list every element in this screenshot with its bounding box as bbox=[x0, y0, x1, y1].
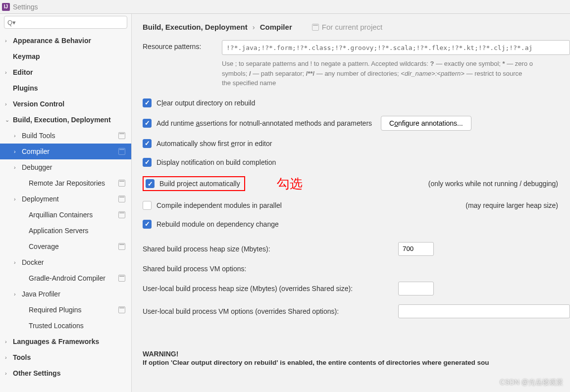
sidebar-item-trusted-locations[interactable]: Trusted Locations bbox=[0, 318, 131, 334]
chevron-icon: › bbox=[5, 69, 11, 75]
sidebar-item-compiler[interactable]: ›Compiler bbox=[0, 144, 131, 159]
sidebar-item-label: Editor bbox=[13, 68, 33, 76]
sidebar-item-version-control[interactable]: ›Version Control bbox=[0, 96, 131, 112]
breadcrumb-part2: Compiler bbox=[260, 23, 292, 31]
watermark: CSDN @光岳楼观景 bbox=[500, 378, 563, 387]
sidebar-item-required-plugins[interactable]: Required Plugins bbox=[0, 302, 131, 318]
chevron-icon: › bbox=[14, 196, 20, 202]
sidebar-item-debugger[interactable]: ›Debugger bbox=[0, 159, 131, 175]
main-panel: Build, Execution, Deployment › Compiler … bbox=[132, 14, 570, 392]
sidebar-item-appearance-behavior[interactable]: ›Appearance & Behavior bbox=[0, 33, 131, 49]
shared-vm-label: Shared build process VM options: bbox=[143, 265, 398, 273]
window-title: Settings bbox=[13, 3, 38, 11]
settings-tree: ›Appearance & BehaviorKeymap›EditorPlugi… bbox=[0, 31, 131, 392]
search-box-wrap bbox=[0, 14, 131, 31]
shared-heap-input[interactable] bbox=[398, 242, 434, 256]
sidebar-item-label: Coverage bbox=[29, 243, 59, 250]
sidebar-item-remote-jar-repositories[interactable]: Remote Jar Repositories bbox=[0, 175, 131, 191]
sidebar-item-label: Plugins bbox=[13, 84, 38, 92]
sidebar-item-tools[interactable]: ›Tools bbox=[0, 349, 131, 365]
search-input[interactable] bbox=[4, 16, 127, 29]
sidebar-item-label: Required Plugins bbox=[29, 306, 82, 314]
sidebar-item-build-execution-deployment[interactable]: ⌄Build, Execution, Deployment bbox=[0, 112, 131, 128]
project-scope-icon bbox=[118, 148, 125, 155]
project-scope-icon bbox=[118, 306, 125, 313]
add-runtime-label: Add runtime assertions for notnull-annot… bbox=[156, 119, 372, 127]
sidebar-item-application-servers[interactable]: Application Servers bbox=[0, 223, 131, 239]
breadcrumb: Build, Execution, Deployment › Compiler … bbox=[143, 23, 570, 31]
annotation-text: 勾选 bbox=[277, 175, 303, 193]
sidebar-item-label: Tools bbox=[13, 353, 31, 361]
sidebar-item-label: Gradle-Android Compiler bbox=[29, 274, 105, 282]
sidebar-item-other-settings[interactable]: ›Other Settings bbox=[0, 365, 131, 381]
auto-show-error-checkbox-row[interactable]: Automatically show first error in editor bbox=[143, 138, 570, 149]
build-auto-checkbox[interactable] bbox=[146, 179, 155, 188]
compile-parallel-checkbox[interactable] bbox=[143, 201, 152, 210]
project-scope-label: For current project bbox=[322, 23, 383, 31]
project-scope-icon bbox=[312, 24, 319, 31]
chevron-icon: › bbox=[5, 339, 11, 344]
chevron-icon: › bbox=[14, 291, 20, 297]
chevron-icon: › bbox=[5, 38, 11, 44]
warning-block: WARNING! If option 'Clear output directo… bbox=[143, 350, 570, 366]
user-vm-label: User-local build process VM options (ove… bbox=[143, 307, 398, 315]
sidebar-item-plugins[interactable]: Plugins bbox=[0, 80, 131, 96]
sidebar-item-gradle-android-compiler[interactable]: Gradle-Android Compiler bbox=[0, 270, 131, 286]
user-vm-row: User-local build process VM options (ove… bbox=[143, 304, 570, 318]
sidebar-item-arquillian-containers[interactable]: Arquillian Containers bbox=[0, 207, 131, 223]
sidebar-item-deployment[interactable]: ›Deployment bbox=[0, 191, 131, 207]
project-scope-icon bbox=[118, 132, 125, 139]
titlebar: IJ Settings bbox=[0, 0, 570, 14]
sidebar-item-languages-frameworks[interactable]: ›Languages & Frameworks bbox=[0, 334, 131, 349]
resource-patterns-row: Resource patterns: bbox=[143, 40, 570, 55]
user-vm-input[interactable] bbox=[398, 304, 570, 318]
display-notification-checkbox[interactable] bbox=[143, 158, 152, 167]
sidebar-item-build-tools[interactable]: ›Build Tools bbox=[0, 128, 131, 144]
rebuild-module-checkbox[interactable] bbox=[143, 220, 152, 229]
app-body: ›Appearance & BehaviorKeymap›EditorPlugi… bbox=[0, 14, 570, 392]
compile-parallel-checkbox-row[interactable]: Compile independent modules in parallel … bbox=[143, 199, 570, 211]
rebuild-module-label: Rebuild module on dependency change bbox=[156, 220, 279, 228]
sidebar-item-docker[interactable]: ›Docker bbox=[0, 254, 131, 270]
project-scope-icon bbox=[118, 243, 125, 250]
shared-heap-row: Shared build process heap size (Mbytes): bbox=[143, 242, 570, 256]
project-scope-icon bbox=[118, 275, 125, 282]
chevron-icon: › bbox=[5, 101, 11, 107]
sidebar-item-label: Arquillian Containers bbox=[29, 211, 93, 219]
sidebar-item-java-profiler[interactable]: ›Java Profiler bbox=[0, 286, 131, 302]
chevron-icon: › bbox=[14, 133, 20, 139]
sidebar-item-label: Languages & Frameworks bbox=[13, 338, 99, 345]
chevron-icon: › bbox=[5, 354, 11, 360]
sidebar-item-label: Keymap bbox=[13, 52, 40, 60]
resource-patterns-input[interactable] bbox=[222, 40, 570, 55]
build-auto-note: (only works while not running / debuggin… bbox=[428, 180, 570, 188]
sidebar-item-label: Deployment bbox=[22, 195, 59, 203]
configure-annotations-button[interactable]: Configure annotations... bbox=[381, 116, 471, 131]
compile-parallel-note: (may require larger heap size) bbox=[466, 201, 570, 209]
add-runtime-checkbox-row[interactable]: Add runtime assertions for notnull-annot… bbox=[143, 116, 570, 131]
build-auto-checkbox-row[interactable]: Build project automatically 勾选 (only wor… bbox=[143, 175, 570, 193]
annotation-highlight-box: Build project automatically bbox=[143, 176, 245, 191]
clear-output-checkbox[interactable] bbox=[143, 98, 152, 107]
sidebar-item-label: Build Tools bbox=[22, 132, 55, 140]
warning-body: If option 'Clear output directory on reb… bbox=[143, 359, 570, 366]
display-notification-checkbox-row[interactable]: Display notification on build completion bbox=[143, 156, 570, 168]
sidebar-item-label: Appearance & Behavior bbox=[13, 37, 91, 45]
user-heap-row: User-local build process heap size (Mbyt… bbox=[143, 282, 570, 295]
sidebar-item-editor[interactable]: ›Editor bbox=[0, 64, 131, 80]
sidebar-item-label: Trusted Locations bbox=[29, 322, 84, 330]
sidebar-item-label: Compiler bbox=[22, 147, 50, 155]
display-notification-label: Display notification on build completion bbox=[156, 158, 276, 166]
sidebar-item-coverage[interactable]: Coverage bbox=[0, 239, 131, 254]
sidebar-item-label: Remote Jar Repositories bbox=[29, 179, 105, 187]
add-runtime-checkbox[interactable] bbox=[143, 119, 152, 128]
warning-title: WARNING! bbox=[143, 350, 570, 358]
compile-parallel-label: Compile independent modules in parallel bbox=[156, 201, 282, 209]
chevron-icon: ⌄ bbox=[5, 117, 11, 123]
clear-output-checkbox-row[interactable]: Clear output directory on rebuild bbox=[143, 97, 570, 109]
shared-heap-label: Shared build process heap size (Mbytes): bbox=[143, 245, 398, 253]
sidebar-item-keymap[interactable]: Keymap bbox=[0, 49, 131, 64]
user-heap-input[interactable] bbox=[398, 282, 434, 295]
auto-show-error-checkbox[interactable] bbox=[143, 139, 152, 148]
rebuild-module-checkbox-row[interactable]: Rebuild module on dependency change bbox=[143, 218, 570, 230]
